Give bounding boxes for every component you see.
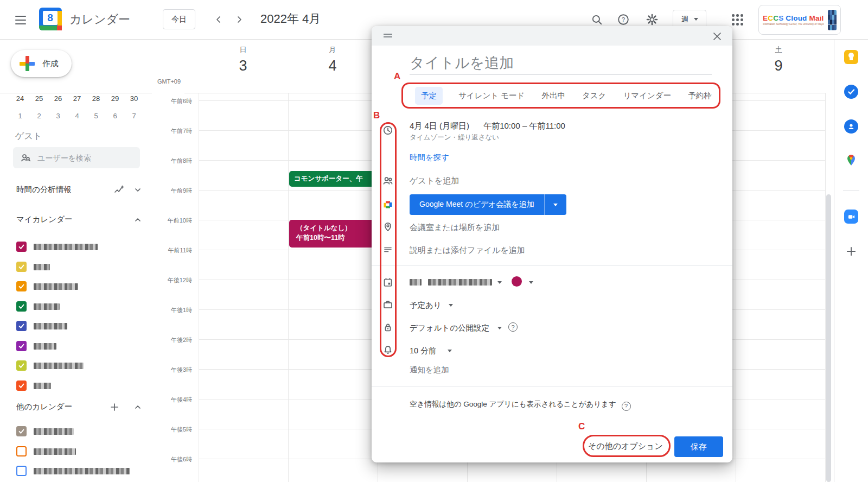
chevron-up-icon[interactable] [132,401,144,413]
day-number[interactable]: 3 [221,58,265,74]
next-week-icon[interactable] [232,12,246,27]
event-type-tab[interactable]: 外出中 [540,87,566,105]
mini-calendar-day[interactable]: 25 [31,94,47,103]
event-type-tab[interactable]: 予約枠 [687,87,713,105]
mini-calendar-day[interactable]: 2 [31,112,47,120]
drag-handle-icon[interactable] [384,34,392,39]
contacts-icon[interactable] [844,119,859,134]
day-header-saturday[interactable]: 土 9 [757,45,800,74]
event-type-tab[interactable]: タスク [581,87,608,105]
calendar-checkbox[interactable] [16,380,27,391]
account-avatar[interactable] [828,10,837,30]
calendar-list-item[interactable] [0,301,152,313]
add-meet-button[interactable]: Google Meet のビデオ会議を追加 [410,194,566,215]
event-common-supporter[interactable]: コモンサポーター、午 [289,171,375,187]
calendar-selector[interactable] [410,277,492,288]
chevron-down-icon[interactable] [132,184,144,196]
mini-calendar-day[interactable]: 1 [12,112,28,120]
calendar-list-item[interactable] [0,341,152,353]
mini-calendar-day[interactable]: 4 [69,112,85,120]
prev-week-icon[interactable] [212,12,226,27]
calendar-checkbox[interactable] [16,466,27,476]
mini-calendar-day[interactable]: 3 [50,112,66,120]
chevron-down-icon[interactable] [448,350,452,352]
calendar-checkbox[interactable] [16,262,27,272]
timezone-recurrence-label[interactable]: タイムゾーン・繰り返さない [410,133,499,142]
dialog-drag-bar[interactable] [372,26,732,46]
get-addons-icon[interactable] [844,244,859,259]
calendar-checkbox[interactable] [16,341,27,351]
event-type-tab[interactable]: リマインダー [622,87,672,105]
main-menu-icon[interactable] [14,13,27,26]
zoom-icon[interactable] [844,209,859,224]
event-type-tab[interactable]: サイレント モード [457,87,526,105]
mini-calendar-day[interactable]: 29 [107,94,123,103]
chevron-up-icon[interactable] [132,214,144,226]
visibility-help-icon[interactable]: ? [508,322,518,332]
add-calendar-icon[interactable] [108,401,120,413]
calendar-checkbox[interactable] [16,446,27,456]
calendar-list-item[interactable] [0,360,152,372]
mini-calendar-day[interactable]: 7 [126,112,142,120]
calendar-checkbox[interactable] [16,242,27,252]
mini-calendar-day[interactable]: 26 [50,94,66,103]
other-calendars-header[interactable]: 他のカレンダー [0,401,152,414]
close-icon[interactable] [712,31,723,42]
calendar-checkbox[interactable] [16,426,27,436]
event-no-title[interactable]: （タイトルなし） 午前10時〜11時 [289,220,375,248]
calendar-list-item[interactable] [0,466,152,478]
user-search-box[interactable] [13,147,140,168]
search-icon[interactable] [590,12,604,27]
calendar-list-item[interactable] [0,242,152,253]
event-time-range[interactable]: 午前10:00 – 午前11:00 [483,121,565,130]
help-icon[interactable]: ? [616,12,630,27]
mini-calendar-day[interactable]: 24 [12,94,28,103]
my-calendars-header[interactable]: マイカレンダー [0,213,152,226]
today-button[interactable]: 今日 [163,9,195,29]
calendar-list-item[interactable] [0,262,152,274]
time-insights-row[interactable]: 時間の分析情報 [0,183,152,196]
calendar-checkbox[interactable] [16,321,27,331]
mini-calendar-day[interactable]: 5 [88,112,104,120]
calendar-checkbox[interactable] [16,360,27,371]
eccs-cloud-mail-badge[interactable]: ECCS Cloud Mail Information Technology C… [758,5,841,35]
more-options-button[interactable]: その他のオプション [588,441,663,452]
busy-status-selector[interactable]: 予定あり [410,300,442,310]
calendar-checkbox[interactable] [16,301,27,312]
calendar-list-item[interactable] [0,426,152,438]
event-datetime-row[interactable]: 4月 4日 (月曜日) 午前10:00 – 午前11:00 [410,121,565,131]
event-color-dot[interactable] [512,276,522,287]
chevron-down-icon[interactable] [497,281,502,284]
add-meet-label[interactable]: Google Meet のビデオ会議を追加 [410,194,545,215]
maps-icon[interactable] [844,153,859,168]
calendar-list-item[interactable] [0,281,152,293]
day-number[interactable]: 4 [311,58,354,74]
calendar-list-item[interactable] [0,321,152,333]
visibility-selector[interactable]: デフォルトの公開設定 [410,323,489,333]
event-date[interactable]: 4月 4日 (月曜日) [410,121,469,130]
keep-icon[interactable] [844,49,859,65]
mini-calendar-day[interactable]: 6 [107,112,123,120]
mini-calendar-day[interactable]: 30 [126,94,142,103]
grid-scrollbar[interactable] [826,194,831,482]
add-notification-field[interactable]: 通知を追加 [410,365,449,375]
calendar-list-item[interactable] [0,380,152,392]
add-location-field[interactable]: 会議室または場所を追加 [410,223,500,233]
day-header-monday[interactable]: 月 4 [311,45,354,74]
calendar-checkbox[interactable] [16,281,27,291]
day-header-sunday[interactable]: 日 3 [221,45,265,74]
meet-options-dropdown[interactable] [545,194,566,215]
chevron-down-icon[interactable] [497,327,502,329]
mini-calendar-day[interactable]: 28 [88,94,104,103]
title-input[interactable]: タイトルを追加 [410,53,711,73]
settings-gear-icon[interactable] [645,12,659,27]
note-help-icon[interactable]: ? [622,402,631,411]
reminder-selector[interactable]: 10 分前 [410,346,436,356]
user-search-input[interactable] [36,153,129,163]
mini-calendar-day[interactable]: 27 [69,94,85,103]
create-button[interactable]: 作成 [11,50,72,77]
event-type-tab[interactable]: 予定 [415,87,443,105]
add-guests-field[interactable]: ゲストを追加 [410,176,459,186]
chevron-down-icon[interactable] [449,304,453,307]
day-number[interactable]: 9 [757,58,800,74]
